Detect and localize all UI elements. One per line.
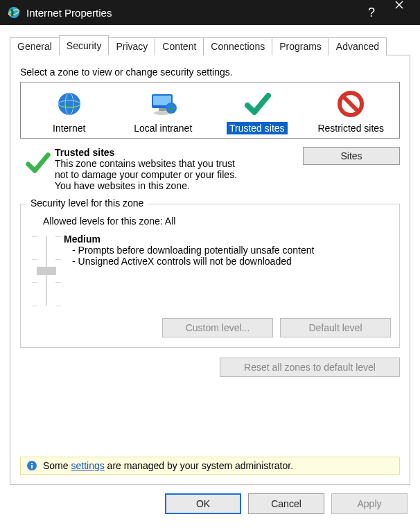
zone-trusted-sites[interactable]: Trusted sites xyxy=(216,88,299,134)
security-slider[interactable] xyxy=(42,236,51,306)
custom-level-button[interactable]: Custom level... xyxy=(162,318,273,337)
info-icon xyxy=(26,460,37,471)
zone-label: Internet xyxy=(53,123,85,134)
apply-button[interactable]: Apply xyxy=(331,493,408,514)
allowed-levels: Allowed levels for this zone: All xyxy=(43,215,391,227)
zone-restricted-sites[interactable]: Restricted sites xyxy=(309,88,392,134)
close-button[interactable] xyxy=(385,0,413,25)
svg-rect-9 xyxy=(159,108,166,111)
zone-desc-line1: This zone contains websites that you tru… xyxy=(55,158,242,180)
zone-list: Internet Local intranet xyxy=(20,82,400,139)
svg-line-13 xyxy=(344,97,358,111)
level-name: Medium xyxy=(64,234,391,245)
cancel-button[interactable]: Cancel xyxy=(248,493,324,514)
info-bar: Some settings are managed by your system… xyxy=(20,457,400,475)
zone-label: Trusted sites xyxy=(227,122,288,134)
zone-prompt: Select a zone to view or change security… xyxy=(20,67,400,78)
app-icon xyxy=(7,6,21,19)
tab-advanced[interactable]: Advanced xyxy=(329,37,387,55)
titlebar: Internet Properties ? xyxy=(0,0,420,25)
zone-label: Restricted sites xyxy=(317,123,384,134)
settings-link[interactable]: settings xyxy=(71,460,104,471)
tab-strip: General Security Privacy Content Connect… xyxy=(10,36,410,55)
dialog-footer: OK Cancel Apply xyxy=(0,485,420,524)
security-level-group: Security level for this zone Allowed lev… xyxy=(20,204,400,348)
tab-content[interactable]: Content xyxy=(155,37,204,55)
tab-privacy[interactable]: Privacy xyxy=(108,37,155,55)
svg-rect-15 xyxy=(31,465,33,468)
level-bullet: - Prompts before downloading potentially… xyxy=(72,245,391,256)
svg-rect-16 xyxy=(31,463,33,464)
slider-thumb[interactable] xyxy=(37,267,56,275)
sites-button[interactable]: Sites xyxy=(303,147,400,165)
svg-point-4 xyxy=(58,93,80,115)
tab-general[interactable]: General xyxy=(10,37,60,55)
zone-local-intranet[interactable]: Local intranet xyxy=(121,88,204,134)
zone-desc-title: Trusted sites xyxy=(55,147,296,158)
ok-button[interactable]: OK xyxy=(165,493,241,514)
zone-label: Local intranet xyxy=(134,123,192,134)
group-title: Security level for this zone xyxy=(26,197,148,209)
checkmark-icon xyxy=(216,88,299,120)
zone-internet[interactable]: Internet xyxy=(28,88,111,134)
tab-security[interactable]: Security xyxy=(59,35,110,55)
tab-programs[interactable]: Programs xyxy=(272,37,329,55)
zone-desc-line2: You have websites in this zone. xyxy=(55,180,296,191)
monitor-globe-icon xyxy=(121,88,204,120)
level-bullet: - Unsigned ActiveX controls will not be … xyxy=(72,256,391,267)
globe-icon xyxy=(28,88,111,120)
no-entry-icon xyxy=(309,88,392,120)
default-level-button[interactable]: Default level xyxy=(280,318,391,337)
help-button[interactable]: ? xyxy=(358,0,385,25)
window-title: Internet Properties xyxy=(26,7,358,19)
tab-connections[interactable]: Connections xyxy=(203,37,272,55)
zone-status-icon xyxy=(20,147,55,191)
reset-all-button[interactable]: Reset all zones to default level xyxy=(220,358,400,377)
info-text: Some settings are managed by your system… xyxy=(43,460,293,471)
security-panel: Select a zone to view or change security… xyxy=(10,55,410,485)
